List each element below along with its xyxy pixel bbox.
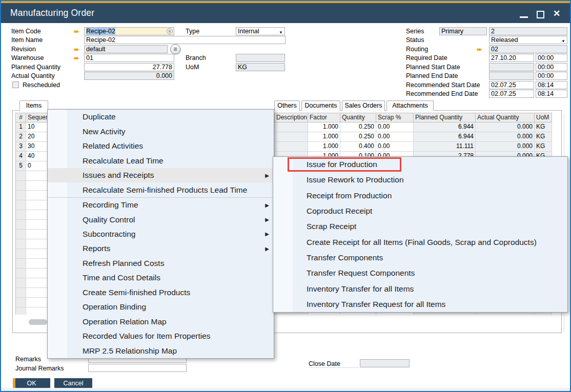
grid-cell[interactable]: 10 — [26, 122, 48, 132]
grid-cell[interactable] — [26, 307, 48, 315]
status-dropdown[interactable]: Released ▼ — [489, 36, 567, 44]
series-field[interactable]: Primary — [439, 27, 487, 35]
grid-cell[interactable] — [26, 288, 48, 298]
recommended-start-date-field[interactable]: 02.07.25 — [489, 81, 534, 89]
grid-cell[interactable] — [16, 298, 26, 307]
journal-remarks-field[interactable] — [88, 364, 187, 372]
window-titlebar[interactable]: Manufacturing Order ✕ — [1, 3, 570, 23]
context-menu-item[interactable]: Operation Relation Map — [48, 315, 274, 329]
grid-cell[interactable] — [26, 298, 48, 307]
uom-field[interactable]: KG — [236, 63, 285, 71]
grid-cell[interactable]: 0.000 — [476, 142, 535, 152]
routing-field[interactable]: 02 — [489, 45, 567, 53]
warehouse-link-arrow-icon[interactable]: ➨ — [74, 55, 79, 61]
grid-header-cell[interactable]: # — [16, 113, 26, 122]
submenu-item[interactable]: Transfer Components — [273, 250, 567, 265]
grid-cell[interactable]: 4 — [16, 152, 26, 161]
planned-start-date-field[interactable] — [489, 63, 534, 71]
grid-cell[interactable] — [275, 122, 308, 132]
grid-cell[interactable]: 0.000 — [476, 132, 535, 142]
grid-cell[interactable]: 0.000 — [476, 122, 535, 132]
submenu-item[interactable]: Transfer Request Components — [273, 265, 567, 281]
grid-cell[interactable]: 0 — [26, 161, 48, 171]
context-menu-item[interactable]: Recalculate Lead Time — [48, 153, 274, 168]
grid-header-cell[interactable]: UoM — [535, 113, 552, 122]
grid-cell[interactable] — [26, 249, 48, 259]
grid-cell[interactable] — [275, 142, 308, 152]
grid-cell[interactable] — [26, 278, 48, 288]
tab-sales-orders[interactable]: Sales Orders — [342, 100, 385, 111]
submenu-item[interactable]: Issue Rework to Production — [273, 172, 567, 188]
grid-cell[interactable]: 0.400 — [340, 142, 376, 152]
context-menu-item[interactable]: Reports▶ — [48, 241, 274, 256]
grid-cell[interactable] — [26, 200, 48, 210]
grid-cell[interactable]: 5 — [16, 161, 26, 171]
required-date-field[interactable]: 27.10.20 — [489, 54, 534, 62]
tab-others[interactable]: Others — [274, 100, 300, 111]
item-name-field[interactable]: Recipe-02 — [84, 36, 286, 44]
minimize-icon[interactable] — [520, 16, 528, 18]
grid-cell[interactable]: 20 — [26, 132, 48, 142]
context-menu-item[interactable]: MRP 2.5 Relationship Map — [48, 344, 274, 358]
planned-quantity-field[interactable]: 27.778 — [84, 63, 174, 71]
submenu-item[interactable]: Issue for Production — [273, 157, 567, 172]
grid-cell[interactable] — [16, 288, 26, 298]
required-time-field[interactable]: 00:00 — [536, 54, 567, 62]
submenu-item[interactable]: Receipt from Production — [273, 188, 567, 203]
grid-header-cell[interactable]: Planned Quantity — [414, 113, 476, 122]
horizontal-scrollbar-thumb[interactable] — [29, 319, 47, 325]
planned-end-time-field[interactable]: 00:00 — [536, 72, 567, 80]
context-menu-item[interactable]: Recording Time▶ — [48, 198, 274, 212]
grid-cell[interactable] — [16, 239, 26, 249]
item-code-link-arrow-icon[interactable]: ➨ — [74, 28, 79, 35]
context-menu-item[interactable]: Duplicate — [48, 110, 274, 124]
context-menu-item[interactable]: Time and Cost Details — [48, 271, 274, 285]
grid-cell[interactable] — [16, 181, 26, 191]
grid-header-cell[interactable]: Sequence — [26, 113, 48, 122]
grid-cell[interactable] — [16, 171, 26, 181]
grid-cell[interactable]: 3 — [16, 142, 26, 152]
grid-cell[interactable] — [275, 132, 308, 142]
grid-header-cell[interactable]: Scrap % — [376, 113, 414, 122]
grid-cell[interactable] — [16, 220, 26, 230]
grid-cell[interactable]: 0.00 — [376, 132, 414, 142]
recommended-start-time-field[interactable]: 08:14 — [536, 81, 567, 89]
grid-cell[interactable] — [26, 269, 48, 278]
cancel-button[interactable]: Cancel — [54, 378, 92, 389]
grid-cell[interactable] — [16, 230, 26, 239]
context-menu-item[interactable]: Issues and Receipts▶ — [48, 168, 274, 182]
submenu-item[interactable]: Inventory Transfer Request for all Items — [273, 297, 567, 312]
grid-cell[interactable] — [26, 220, 48, 230]
grid-cell[interactable]: 30 — [26, 142, 48, 152]
grid-cell[interactable]: 1.000 — [308, 142, 340, 152]
submenu-item[interactable]: Scrap Receipt — [273, 219, 567, 234]
grid-cell[interactable] — [26, 239, 48, 249]
grid-cell[interactable]: KG — [535, 142, 552, 152]
maximize-icon[interactable] — [537, 11, 544, 18]
context-menu-item[interactable]: Subcontracting▶ — [48, 227, 274, 241]
actual-quantity-field[interactable]: 0.000 — [84, 72, 174, 80]
grid-cell[interactable]: 0.00 — [376, 142, 414, 152]
revision-list-button[interactable]: ≡ — [170, 44, 180, 54]
grid-cell[interactable] — [16, 307, 26, 315]
grid-cell[interactable]: 11.111 — [414, 142, 476, 152]
grid-header-cell[interactable]: Quantity — [340, 113, 376, 122]
series-number-field[interactable]: 2 — [489, 27, 567, 35]
grid-cell[interactable]: 6.944 — [414, 132, 476, 142]
grid-cell[interactable] — [16, 191, 26, 200]
grid-cell[interactable] — [26, 210, 48, 220]
submenu-item[interactable]: Create Receipt for all Items (Final Good… — [273, 234, 567, 250]
grid-cell[interactable]: 0.250 — [340, 132, 376, 142]
close-icon[interactable]: ✕ — [553, 8, 560, 19]
grid-cell[interactable] — [16, 200, 26, 210]
context-menu-item[interactable]: Recorded Values for Item Properties — [48, 329, 274, 343]
tab-attachments[interactable]: Attachments — [386, 100, 434, 111]
grid-cell[interactable]: 2 — [16, 132, 26, 142]
grid-header-cell[interactable]: Actual Quantity — [476, 113, 535, 122]
warehouse-field[interactable]: 01 — [84, 54, 174, 62]
rescheduled-checkbox[interactable] — [12, 81, 19, 88]
grid-cell[interactable] — [26, 259, 48, 269]
grid-cell[interactable]: 0.00 — [376, 122, 414, 132]
grid-cell[interactable]: 1 — [16, 122, 26, 132]
routing-link-arrow-icon[interactable]: ➨ — [477, 46, 482, 53]
